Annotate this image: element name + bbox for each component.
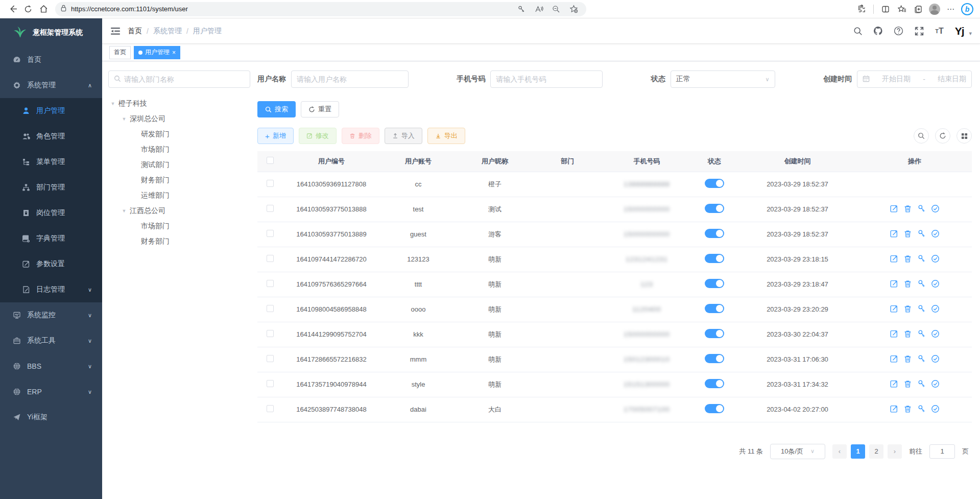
tree-node[interactable]: ▼江西总公司 xyxy=(108,203,250,219)
read-aloud-icon[interactable] xyxy=(531,2,546,17)
page-size-select[interactable]: 10条/页 ∨ xyxy=(770,444,825,459)
tree-node[interactable]: 市场部门 xyxy=(108,142,250,157)
page-button-2[interactable]: 2 xyxy=(869,444,883,459)
phone-field[interactable] xyxy=(490,70,603,88)
collections-icon[interactable] xyxy=(911,2,926,17)
sidebar-item-erp[interactable]: ERP ∨ xyxy=(0,379,102,405)
sidebar-item-bbs[interactable]: BBS ∨ xyxy=(0,353,102,379)
tree-node[interactable]: 测试部门 xyxy=(108,157,250,173)
tree-node[interactable]: ▼深圳总公司 xyxy=(108,111,250,127)
password-key-icon[interactable] xyxy=(514,2,529,17)
row-reset-password-icon[interactable] xyxy=(917,254,926,263)
user-dropdown-caret[interactable]: ▾ xyxy=(969,30,972,37)
help-icon[interactable] xyxy=(894,26,904,36)
refresh-icon[interactable] xyxy=(20,2,36,17)
status-toggle[interactable] xyxy=(705,379,724,388)
row-edit-icon[interactable] xyxy=(890,254,898,263)
copilot-bing-icon[interactable]: b xyxy=(960,2,975,17)
row-checkbox[interactable] xyxy=(267,205,274,212)
split-screen-icon[interactable] xyxy=(878,2,893,17)
app-logo[interactable]: 意框架管理系统 xyxy=(0,18,102,47)
status-toggle[interactable] xyxy=(705,354,724,363)
sidebar-item-param-settings[interactable]: 参数设置 xyxy=(0,251,102,277)
row-edit-icon[interactable] xyxy=(890,379,898,388)
favorites-list-icon[interactable] xyxy=(894,2,910,17)
row-assign-role-icon[interactable] xyxy=(931,204,940,213)
status-toggle[interactable] xyxy=(705,204,724,213)
row-edit-icon[interactable] xyxy=(890,354,898,363)
row-checkbox[interactable] xyxy=(267,230,274,237)
row-assign-role-icon[interactable] xyxy=(931,304,940,313)
row-delete-icon[interactable] xyxy=(903,329,912,338)
sidebar-item-yi-framework[interactable]: Yi框架 xyxy=(0,405,102,430)
status-toggle[interactable] xyxy=(705,404,724,413)
status-toggle[interactable] xyxy=(705,304,724,313)
lock-icon[interactable] xyxy=(60,5,67,14)
row-assign-role-icon[interactable] xyxy=(931,254,940,263)
table-search-toggle-icon[interactable] xyxy=(914,128,929,144)
fullscreen-icon[interactable] xyxy=(914,26,924,36)
reset-button[interactable]: 重置 xyxy=(301,101,339,117)
zoom-out-icon[interactable] xyxy=(548,2,564,17)
sidebar-item-dict-mgmt[interactable]: 字典管理 xyxy=(0,226,102,251)
page-button-1[interactable]: 1 xyxy=(851,444,865,459)
row-reset-password-icon[interactable] xyxy=(917,229,926,238)
url-text[interactable]: https://ccnetcore.com:1101/system/user xyxy=(71,5,514,13)
sidebar-item-user-mgmt[interactable]: 用户管理 xyxy=(0,98,102,124)
row-delete-icon[interactable] xyxy=(903,229,912,238)
sidebar-item-log-mgmt[interactable]: 日志管理 ∨ xyxy=(0,277,102,302)
extensions-icon[interactable] xyxy=(854,2,869,17)
breadcrumb-system[interactable]: 系统管理 xyxy=(153,27,182,36)
row-checkbox[interactable] xyxy=(267,380,274,387)
row-checkbox[interactable] xyxy=(267,355,274,362)
github-icon[interactable] xyxy=(873,26,883,36)
sidebar-item-home[interactable]: 首页 xyxy=(0,47,102,73)
status-toggle[interactable] xyxy=(705,279,724,288)
tree-node[interactable]: 财务部门 xyxy=(108,234,250,249)
row-edit-icon[interactable] xyxy=(890,405,898,413)
status-toggle[interactable] xyxy=(705,329,724,338)
row-checkbox[interactable] xyxy=(267,180,274,187)
row-checkbox[interactable] xyxy=(267,280,274,287)
export-button[interactable]: 导出 xyxy=(427,128,465,144)
row-checkbox[interactable] xyxy=(267,330,274,337)
edit-button[interactable]: 修改 xyxy=(299,128,337,144)
caret-expanded-icon[interactable]: ▼ xyxy=(122,116,127,122)
sidebar-item-system[interactable]: 系统管理 ∧ xyxy=(0,73,102,98)
row-reset-password-icon[interactable] xyxy=(917,304,926,313)
row-edit-icon[interactable] xyxy=(890,229,898,238)
row-edit-icon[interactable] xyxy=(890,329,898,338)
search-button[interactable]: 搜索 xyxy=(257,101,296,117)
row-delete-icon[interactable] xyxy=(903,304,912,313)
date-range-picker[interactable]: 开始日期 - 结束日期 xyxy=(857,70,972,88)
row-checkbox[interactable] xyxy=(267,405,274,412)
sidebar-item-monitor[interactable]: 系统监控 ∨ xyxy=(0,302,102,328)
sidebar-item-dept-mgmt[interactable]: 部门管理 xyxy=(0,175,102,200)
tag-home[interactable]: 首页 xyxy=(109,46,131,59)
row-reset-password-icon[interactable] xyxy=(917,405,926,413)
row-assign-role-icon[interactable] xyxy=(931,329,940,338)
status-toggle[interactable] xyxy=(705,254,724,263)
tag-user-mgmt[interactable]: 用户管理 × xyxy=(134,46,180,59)
collapse-sidebar-icon[interactable] xyxy=(110,26,121,36)
home-icon[interactable] xyxy=(36,2,51,17)
user-logo-avatar[interactable]: Yj xyxy=(955,25,964,37)
breadcrumb-home[interactable]: 首页 xyxy=(128,27,142,36)
row-assign-role-icon[interactable] xyxy=(931,379,940,388)
more-menu-icon[interactable]: ⋯ xyxy=(943,2,959,17)
row-edit-icon[interactable] xyxy=(890,204,898,213)
caret-expanded-icon[interactable]: ▼ xyxy=(122,208,127,213)
row-edit-icon[interactable] xyxy=(890,304,898,313)
row-edit-icon[interactable] xyxy=(890,279,898,288)
row-assign-role-icon[interactable] xyxy=(931,229,940,238)
row-assign-role-icon[interactable] xyxy=(931,405,940,413)
username-field[interactable] xyxy=(291,70,409,88)
sidebar-item-role-mgmt[interactable]: 角色管理 xyxy=(0,124,102,149)
header-search-icon[interactable] xyxy=(853,26,863,36)
address-bar[interactable]: https://ccnetcore.com:1101/system/user xyxy=(55,2,586,16)
status-toggle[interactable] xyxy=(705,229,724,238)
profile-avatar[interactable] xyxy=(927,2,942,17)
row-checkbox[interactable] xyxy=(267,255,274,262)
row-delete-icon[interactable] xyxy=(903,354,912,363)
tree-node[interactable]: 研发部门 xyxy=(108,127,250,142)
